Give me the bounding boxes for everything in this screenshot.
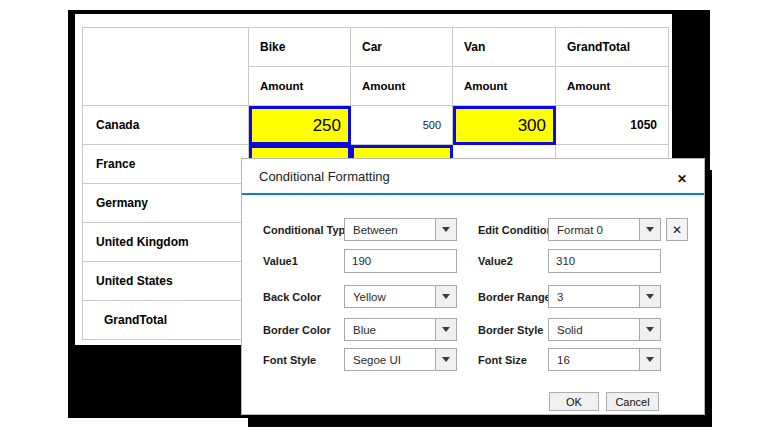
conditional-formatting-dialog: Conditional Formatting ✕ Conditional Typ… [241, 158, 705, 415]
corner-cell [83, 28, 249, 106]
back-color-dropdown[interactable]: Yellow [344, 285, 457, 308]
row-header-united-states: United States [83, 262, 249, 301]
dropdown-arrow-icon[interactable] [435, 349, 456, 370]
row-header-germany: Germany [83, 184, 249, 223]
edit-condition-value: Format 0 [549, 219, 639, 240]
value2-label: Value2 [478, 255, 513, 267]
font-style-value: Segoe UI [345, 349, 435, 370]
value1-input[interactable] [344, 249, 457, 273]
value2-input[interactable] [548, 249, 661, 273]
measure-header-amount: Amount [453, 67, 556, 106]
dropdown-arrow-icon[interactable] [435, 319, 456, 340]
title-accent-line [242, 193, 704, 195]
ok-button[interactable]: OK [549, 392, 599, 411]
measure-header-amount: Amount [556, 67, 669, 106]
border-range-label: Border Range [478, 291, 551, 303]
column-header-van: Van [453, 28, 556, 67]
border-color-value: Blue [345, 319, 435, 340]
dropdown-arrow-icon[interactable] [435, 286, 456, 307]
border-style-label: Border Style [478, 324, 543, 336]
close-icon[interactable]: ✕ [673, 170, 691, 188]
screen: Bike Car Van GrandTotal Amount Amount Am… [0, 0, 781, 436]
measure-header-amount: Amount [351, 67, 453, 106]
back-color-value: Yellow [345, 286, 435, 307]
value1-label: Value1 [263, 255, 298, 267]
dropdown-arrow-icon[interactable] [435, 219, 456, 240]
font-size-label: Font Size [478, 354, 527, 366]
row-header-canada: Canada [83, 106, 249, 145]
row-header-united-kingdom: United Kingdom [83, 223, 249, 262]
dropdown-arrow-icon[interactable] [639, 286, 660, 307]
conditional-type-value: Between [345, 219, 435, 240]
value-cell[interactable]: 1050 [556, 106, 669, 145]
column-header-bike: Bike [249, 28, 351, 67]
border-range-value: 3 [549, 286, 639, 307]
border-color-label: Border Color [263, 324, 331, 336]
font-size-dropdown[interactable]: 16 [548, 348, 661, 371]
edit-condition-label: Edit Condition [478, 224, 553, 236]
border-style-value: Solid [549, 319, 639, 340]
conditional-type-label: Conditional Type [263, 224, 351, 236]
clear-icon: ✕ [672, 223, 682, 237]
dropdown-arrow-icon[interactable] [639, 349, 660, 370]
font-style-label: Font Style [263, 354, 316, 366]
dropdown-arrow-icon[interactable] [639, 319, 660, 340]
value-cell[interactable]: 250 [249, 106, 351, 145]
border-style-dropdown[interactable]: Solid [548, 318, 661, 341]
border-range-dropdown[interactable]: 3 [548, 285, 661, 308]
value-cell[interactable]: 300 [453, 106, 556, 145]
column-header-car: Car [351, 28, 453, 67]
back-color-label: Back Color [263, 291, 321, 303]
measure-header-amount: Amount [249, 67, 351, 106]
font-style-dropdown[interactable]: Segoe UI [344, 348, 457, 371]
row-header-grandtotal: GrandTotal [83, 301, 249, 340]
cancel-button[interactable]: Cancel [606, 392, 659, 411]
dropdown-arrow-icon[interactable] [639, 219, 660, 240]
value-cell[interactable]: 500 [351, 106, 453, 145]
clear-condition-button[interactable]: ✕ [666, 218, 688, 241]
font-size-value: 16 [549, 349, 639, 370]
column-header-grandtotal: GrandTotal [556, 28, 669, 67]
conditional-type-dropdown[interactable]: Between [344, 218, 457, 241]
border-color-dropdown[interactable]: Blue [344, 318, 457, 341]
edit-condition-dropdown[interactable]: Format 0 [548, 218, 661, 241]
row-header-france: France [83, 145, 249, 184]
dialog-title: Conditional Formatting [259, 169, 390, 184]
